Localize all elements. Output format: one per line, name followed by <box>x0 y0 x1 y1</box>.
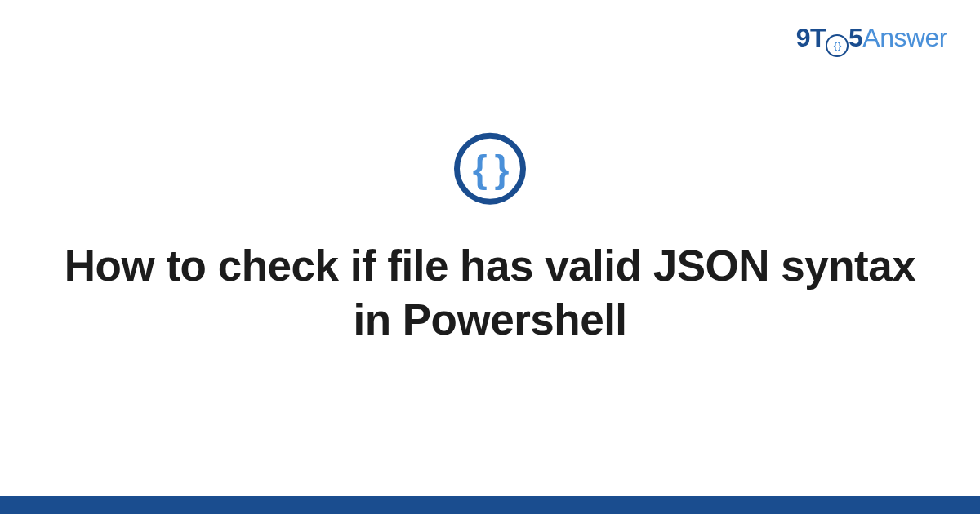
page-title: How to check if file has valid JSON synt… <box>49 239 931 348</box>
logo-text-answer: Answer <box>862 23 947 52</box>
logo-text-5: 5 <box>849 23 862 52</box>
footer-bar <box>0 496 980 514</box>
logo-text-9t: 9T <box>796 23 826 52</box>
logo-o-icon <box>826 34 849 57</box>
braces-glyph: { } <box>473 150 508 188</box>
site-logo: 9T5Answer <box>796 23 947 57</box>
json-braces-icon: { } <box>454 133 526 205</box>
main-content: { } How to check if file has valid JSON … <box>0 133 980 348</box>
